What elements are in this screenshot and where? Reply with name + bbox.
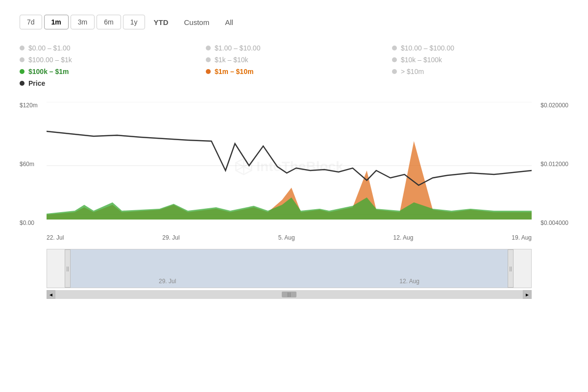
legend-item-4[interactable]: $1k – $10k <box>206 56 382 64</box>
x-label-4: 19. Aug <box>512 234 532 241</box>
legend-label-7: $1m – $10m <box>215 68 253 75</box>
filter-6m[interactable]: 6m <box>97 15 121 29</box>
filter-1m[interactable]: 1m <box>44 15 69 29</box>
legend-label-4: $1k – $10k <box>215 56 248 64</box>
x-label-0: 22. Jul <box>47 234 64 241</box>
legend-dot-1 <box>206 46 211 50</box>
filter-all[interactable]: All <box>218 15 240 29</box>
y-right-label-0: $0.020000 <box>540 102 568 109</box>
legend-label-6: $100k – $1m <box>28 68 69 75</box>
legend-dot-0 <box>20 46 24 50</box>
main-container: 7d 1m 3m 6m 1y YTD Custom All $0.00 – $1… <box>0 0 588 309</box>
chart-area: $120m $60m $0.00 $0.020000 $0.012000 $0.… <box>20 102 568 241</box>
nav-label-right: 12. Aug <box>399 278 419 285</box>
green-area <box>47 197 532 220</box>
legend-dot-6 <box>20 69 24 74</box>
legend-label-2: $10.00 – $100.00 <box>401 44 454 52</box>
legend-item-6[interactable]: $100k – $1m <box>20 68 196 75</box>
chart-svg-container: IntoTheBlock <box>47 102 532 231</box>
legend-item-9[interactable]: Price <box>20 79 196 87</box>
legend-dot-4 <box>206 57 211 62</box>
navigator-panel: || || 29. Jul 12. Aug <box>47 249 532 288</box>
y-left-label-1: $60m <box>20 161 44 168</box>
legend-item-1[interactable]: $1.00 – $10.00 <box>206 44 382 52</box>
scrollbar: ◄ ||| ► <box>47 290 532 299</box>
legend-item-8[interactable]: > $10m <box>392 68 568 75</box>
legend-item-2[interactable]: $10.00 – $100.00 <box>392 44 568 52</box>
legend-item-3[interactable]: $100.00 – $1k <box>20 56 196 64</box>
y-right-label-1: $0.012000 <box>540 161 568 168</box>
y-left-label-0: $120m <box>20 102 44 109</box>
chart-svg <box>47 102 532 229</box>
legend-dot-7 <box>206 69 211 74</box>
scrollbar-right-arrow[interactable]: ► <box>523 290 532 299</box>
x-label-1: 29. Jul <box>162 234 179 241</box>
legend-label-8: > $10m <box>401 68 424 75</box>
scrollbar-left-arrow[interactable]: ◄ <box>47 290 55 299</box>
legend-label-5: $10k – $100k <box>401 56 442 64</box>
legend-item-7[interactable]: $1m – $10m <box>206 68 382 75</box>
y-axis-left: $120m $60m $0.00 <box>20 102 44 226</box>
scrollbar-thumb[interactable]: ||| <box>282 292 296 297</box>
time-filter-bar: 7d 1m 3m 6m 1y YTD Custom All <box>20 15 568 29</box>
x-label-2: 5. Aug <box>278 234 295 241</box>
legend-item-5[interactable]: $10k – $100k <box>392 56 568 64</box>
legend-dot-3 <box>20 57 24 62</box>
y-axis-right: $0.020000 $0.012000 $0.004000 <box>534 102 568 226</box>
filter-3m[interactable]: 3m <box>71 15 95 29</box>
filter-1y[interactable]: 1y <box>123 15 145 29</box>
legend-dot-8 <box>392 69 397 74</box>
legend-label-9: Price <box>28 79 45 87</box>
x-label-3: 12. Aug <box>393 234 414 241</box>
x-axis-labels: 22. Jul 29. Jul 5. Aug 12. Aug 19. Aug <box>47 234 532 241</box>
legend-label-3: $100.00 – $1k <box>28 56 72 64</box>
filter-custom[interactable]: Custom <box>177 15 217 29</box>
legend-item-0[interactable]: $0.00 – $1.00 <box>20 44 196 52</box>
filter-ytd[interactable]: YTD <box>147 15 175 29</box>
legend-label-1: $1.00 – $10.00 <box>215 44 260 52</box>
legend-dot-9 <box>20 81 24 86</box>
legend-dot-2 <box>392 46 397 50</box>
navigator-labels: 29. Jul 12. Aug <box>47 278 531 285</box>
legend-label-0: $0.00 – $1.00 <box>28 44 71 52</box>
chart-legend: $0.00 – $1.00 $1.00 – $10.00 $10.00 – $1… <box>20 44 568 87</box>
scrollbar-track: ||| <box>55 290 523 299</box>
y-right-label-2: $0.004000 <box>540 220 568 226</box>
y-left-label-2: $0.00 <box>20 220 44 226</box>
filter-7d[interactable]: 7d <box>20 15 42 29</box>
legend-dot-5 <box>392 57 397 62</box>
nav-label-left: 29. Jul <box>159 278 176 285</box>
price-line <box>47 131 532 185</box>
